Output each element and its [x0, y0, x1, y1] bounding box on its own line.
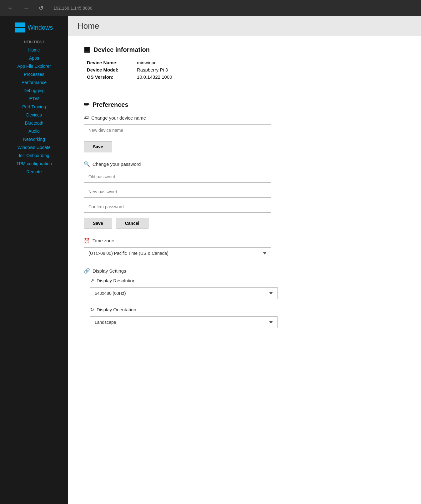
refresh-button[interactable]: ↺ — [36, 3, 46, 13]
device-model-label: Device Model: — [87, 67, 137, 72]
display-orientation-title: ↻ Display Orientation — [90, 307, 405, 313]
display-icon: 🔗 — [84, 268, 90, 274]
display-resolution-group: ↗ Display Resolution 640x480 (60Hz) 800x… — [90, 278, 405, 299]
preferences-section: ✏ Preferences 🏷 Change your device name … — [84, 101, 405, 328]
display-orientation-group: ↻ Display Orientation Landscape Portrait… — [90, 307, 405, 328]
password-btn-row: Save Cancel — [84, 218, 405, 229]
display-settings-subsection: 🔗 Display Settings ↗ Display Resolution … — [84, 268, 405, 328]
device-name-row: Device Name: minwinpc — [87, 60, 405, 65]
device-model-value: Raspberry Pi 3 — [137, 67, 168, 72]
device-information-section: ▣ Device information Device Name: minwin… — [84, 46, 405, 80]
clock-icon: ⏰ — [84, 238, 90, 244]
page-header: Home — [68, 16, 421, 36]
resize-icon: ↗ — [90, 278, 94, 284]
main-layout: Windows UTILITIES / Home Apps App File E… — [0, 16, 421, 504]
sidebar-item-processes[interactable]: Processes — [0, 71, 68, 78]
rotate-icon: ↻ — [90, 307, 94, 313]
new-device-name-input[interactable] — [84, 124, 271, 136]
device-info-title: ▣ Device information — [84, 46, 405, 54]
change-password-subsection: 🔍 Change your password Save Cancel — [84, 161, 405, 229]
device-name-label: Device Name: — [87, 60, 137, 65]
device-name-btn-row: Save — [84, 141, 405, 152]
display-orientation-select[interactable]: Landscape Portrait Landscape (flipped) P… — [90, 316, 278, 328]
tag-icon: 🏷 — [84, 115, 89, 121]
sidebar-item-perf-tracing[interactable]: Perf Tracing — [0, 103, 68, 111]
device-name-value: minwinpc — [137, 60, 157, 65]
sidebar-item-networking[interactable]: Networking — [0, 136, 68, 143]
sidebar-logo-text: Windows — [28, 24, 53, 31]
save-password-button[interactable]: Save — [84, 218, 112, 229]
os-version-value: 10.0.14322.1000 — [137, 74, 172, 80]
windows-icon — [15, 22, 25, 32]
topbar: ← → ↺ 192.168.1.145:8080 — [0, 0, 421, 16]
sidebar-item-audio[interactable]: Audio — [0, 127, 68, 135]
sidebar-item-apps[interactable]: Apps — [0, 54, 68, 62]
display-settings-title: 🔗 Display Settings — [84, 268, 405, 274]
content-body: ▣ Device information Device Name: minwin… — [68, 36, 421, 504]
content-area: Home ▣ Device information Device Name: m… — [68, 16, 421, 504]
sidebar-section-label: UTILITIES / — [0, 39, 68, 46]
back-button[interactable]: ← — [5, 4, 16, 13]
save-device-name-button[interactable]: Save — [84, 141, 112, 152]
device-info-table: Device Name: minwinpc Device Model: Rasp… — [87, 60, 405, 80]
pencil-icon: ✏ — [84, 101, 89, 109]
device-icon: ▣ — [84, 46, 90, 54]
confirm-password-input[interactable] — [84, 201, 271, 213]
section-divider — [84, 91, 405, 91]
sidebar-item-iot-onboarding[interactable]: IoT Onboarding — [0, 152, 68, 159]
new-password-input[interactable] — [84, 186, 271, 198]
sidebar-item-performance[interactable]: Performance — [0, 79, 68, 86]
display-resolution-select[interactable]: 640x480 (60Hz) 800x600 (60Hz) 1024x768 (… — [90, 287, 278, 299]
sidebar-item-etw[interactable]: ETW — [0, 95, 68, 102]
time-zone-title: ⏰ Time zone — [84, 238, 405, 244]
sidebar-item-debugging[interactable]: Debugging — [0, 87, 68, 94]
address-bar: 192.168.1.145:8080 — [53, 6, 93, 11]
sidebar-nav: Home Apps App File Explorer Processes Pe… — [0, 46, 68, 175]
change-device-name-title: 🏷 Change your device name — [84, 115, 405, 121]
device-model-row: Device Model: Raspberry Pi 3 — [87, 67, 405, 72]
sidebar: Windows UTILITIES / Home Apps App File E… — [0, 16, 68, 504]
sidebar-item-devices[interactable]: Devices — [0, 111, 68, 119]
sidebar-item-bluetooth[interactable]: Bluetooth — [0, 119, 68, 127]
time-zone-subsection: ⏰ Time zone (UTC-08:00) Pacific Time (US… — [84, 238, 405, 259]
sidebar-item-home[interactable]: Home — [0, 46, 68, 54]
os-version-label: OS Version: — [87, 74, 137, 80]
display-resolution-title: ↗ Display Resolution — [90, 278, 405, 284]
sidebar-logo: Windows — [12, 22, 56, 32]
os-version-row: OS Version: 10.0.14322.1000 — [87, 74, 405, 80]
time-zone-select[interactable]: (UTC-08:00) Pacific Time (US & Canada) (… — [84, 247, 271, 259]
old-password-input[interactable] — [84, 171, 271, 183]
search-key-icon: 🔍 — [84, 161, 90, 167]
preferences-title: ✏ Preferences — [84, 101, 405, 109]
change-password-title: 🔍 Change your password — [84, 161, 405, 167]
cancel-password-button[interactable]: Cancel — [116, 218, 148, 229]
forward-button[interactable]: → — [21, 4, 31, 13]
sidebar-item-remote[interactable]: Remote — [0, 168, 68, 175]
change-device-name-subsection: 🏷 Change your device name Save — [84, 115, 405, 152]
sidebar-item-tpm-configuration[interactable]: TPM configuration — [0, 160, 68, 167]
page-title: Home — [78, 21, 412, 31]
sidebar-item-app-file-explorer[interactable]: App File Explorer — [0, 62, 68, 70]
sidebar-item-windows-update[interactable]: Windows Update — [0, 144, 68, 151]
